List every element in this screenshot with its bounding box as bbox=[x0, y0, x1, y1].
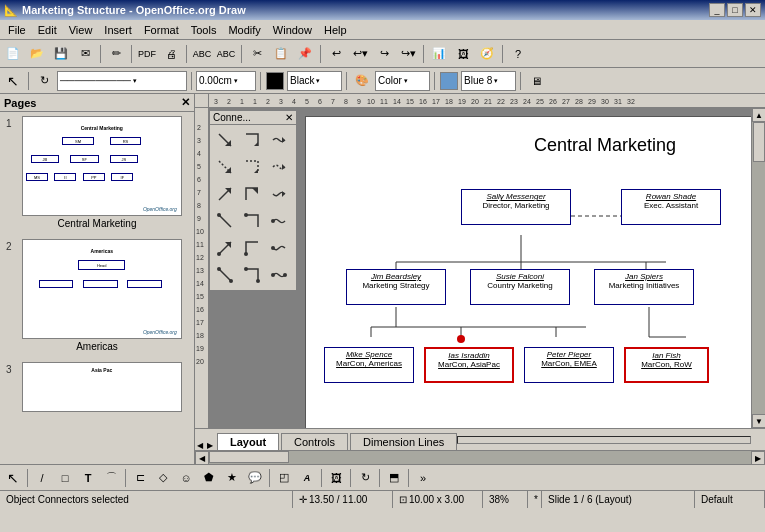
org-box-rowan[interactable]: Rowan Shade Exec. Assistant bbox=[621, 189, 721, 225]
display-button[interactable]: 🖥 bbox=[525, 70, 547, 92]
menu-view[interactable]: View bbox=[63, 22, 99, 38]
hscroll-track[interactable] bbox=[209, 451, 751, 464]
hscroll-thumb[interactable] bbox=[209, 451, 289, 463]
connector-btn-13[interactable] bbox=[212, 235, 238, 261]
tab-layout[interactable]: Layout bbox=[217, 433, 279, 450]
copy-button[interactable]: 📋 bbox=[270, 43, 292, 65]
new-button[interactable]: 📄 bbox=[2, 43, 24, 65]
connector-btn-5[interactable] bbox=[239, 154, 265, 180]
connector-btn-1[interactable] bbox=[212, 127, 238, 153]
pages-scroll[interactable]: 1 Central Marketing SM RS JB SF JS MS II… bbox=[0, 112, 194, 464]
email-button[interactable]: ✉ bbox=[74, 43, 96, 65]
line-style-dropdown[interactable]: ────────── ▾ bbox=[57, 71, 187, 91]
connector-toolbar-close[interactable]: ✕ bbox=[285, 112, 293, 123]
scroll-thumb[interactable] bbox=[753, 122, 765, 162]
position-dropdown[interactable]: 0.00cm ▾ bbox=[196, 71, 256, 91]
navigator-button[interactable]: 🧭 bbox=[476, 43, 498, 65]
menu-window[interactable]: Window bbox=[267, 22, 318, 38]
connector-btn-17[interactable] bbox=[239, 262, 265, 288]
menu-insert[interactable]: Insert bbox=[98, 22, 138, 38]
cut-button[interactable]: ✂ bbox=[246, 43, 268, 65]
rotate3d-button[interactable]: ↻ bbox=[354, 467, 376, 489]
save-button[interactable]: 💾 bbox=[50, 43, 72, 65]
page-item-2[interactable]: 2 Americas Head OpenOffice.org Americas bbox=[0, 235, 194, 358]
org-box-sally[interactable]: Sally Messenger Director, Marketing bbox=[461, 189, 571, 225]
fontwork-button[interactable]: A bbox=[296, 467, 318, 489]
tab-controls[interactable]: Controls bbox=[281, 433, 348, 450]
horizontal-scrollbar[interactable]: ◀ ▶ bbox=[195, 450, 765, 464]
org-box-jim[interactable]: Jim Beardsley Marketing Strategy bbox=[346, 269, 446, 305]
connector-btn-4[interactable] bbox=[212, 154, 238, 180]
org-box-mike[interactable]: Mike Spence MarCon, Americas bbox=[324, 347, 414, 383]
connector-tool-button[interactable]: ⊏ bbox=[129, 467, 151, 489]
draw-area[interactable]: Conne... ✕ bbox=[209, 108, 751, 428]
connector-btn-10[interactable] bbox=[212, 208, 238, 234]
line-tool-button[interactable]: / bbox=[31, 467, 53, 489]
org-box-ias[interactable]: Ias Israddin MarCon, AsiaPac bbox=[424, 347, 514, 383]
chart-button[interactable]: 📊 bbox=[428, 43, 450, 65]
undo-list-button[interactable]: ↩▾ bbox=[349, 43, 371, 65]
menu-file[interactable]: File bbox=[2, 22, 32, 38]
status-zoom[interactable]: 38% bbox=[483, 491, 528, 508]
selection-mode-button[interactable]: ↖ bbox=[2, 70, 24, 92]
export-pdf-button[interactable]: PDF bbox=[136, 43, 158, 65]
color-name-dropdown[interactable]: Black ▾ bbox=[287, 71, 342, 91]
tab-scroll-right-button[interactable]: ▶ bbox=[205, 441, 215, 450]
select-tool-button[interactable]: ↖ bbox=[2, 467, 24, 489]
shadow-button[interactable]: ◰ bbox=[273, 467, 295, 489]
spellcheck-button[interactable]: ABC bbox=[191, 43, 213, 65]
connector-toolbar-header[interactable]: Conne... ✕ bbox=[210, 111, 296, 125]
tab-scroll-left-button[interactable]: ◀ bbox=[195, 441, 205, 450]
org-box-peter[interactable]: Peter Pieper MarCon, EMEA bbox=[524, 347, 614, 383]
callout-button[interactable]: 💬 bbox=[244, 467, 266, 489]
close-button[interactable]: ✕ bbox=[745, 3, 761, 17]
tab-order-button[interactable]: ⬒ bbox=[383, 467, 405, 489]
rect-tool-button[interactable]: □ bbox=[54, 467, 76, 489]
edit-doc-button[interactable]: ✏ bbox=[105, 43, 127, 65]
color-icon-button[interactable]: 🎨 bbox=[351, 70, 373, 92]
org-box-ian[interactable]: Ian Fish MarCon, RoW bbox=[624, 347, 709, 383]
insert-image-button[interactable]: 🖼 bbox=[325, 467, 347, 489]
more-button[interactable]: » bbox=[412, 467, 434, 489]
title-bar-controls[interactable]: _ □ ✕ bbox=[709, 3, 761, 17]
redo-list-button[interactable]: ↪▾ bbox=[397, 43, 419, 65]
undo-button[interactable]: ↩ bbox=[325, 43, 347, 65]
connector-btn-2[interactable] bbox=[239, 127, 265, 153]
text-tool-button[interactable]: T bbox=[77, 467, 99, 489]
scroll-down-button[interactable]: ▼ bbox=[752, 414, 765, 428]
vertical-scrollbar[interactable]: ▲ ▼ bbox=[751, 108, 765, 428]
maximize-button[interactable]: □ bbox=[727, 3, 743, 17]
hscroll-left-button[interactable]: ◀ bbox=[195, 451, 209, 464]
tab-scrollbar[interactable] bbox=[457, 436, 751, 444]
tab-dimension-lines[interactable]: Dimension Lines bbox=[350, 433, 457, 450]
rotate-button[interactable]: ↻ bbox=[33, 70, 55, 92]
page-item-3[interactable]: 3 Asia Pac bbox=[0, 358, 194, 416]
spellcheck2-button[interactable]: ABC bbox=[215, 43, 237, 65]
connector-btn-7[interactable] bbox=[212, 181, 238, 207]
flowchart-button[interactable]: ⬟ bbox=[198, 467, 220, 489]
minimize-button[interactable]: _ bbox=[709, 3, 725, 17]
canvas[interactable]: Central Marketing bbox=[305, 116, 751, 428]
print-button[interactable]: 🖨 bbox=[160, 43, 182, 65]
connector-btn-9[interactable] bbox=[266, 181, 292, 207]
scroll-up-button[interactable]: ▲ bbox=[752, 108, 765, 122]
connector-btn-15[interactable] bbox=[266, 235, 292, 261]
org-box-jan[interactable]: Jan Spiers Marketing Initiatives bbox=[594, 269, 694, 305]
fill-color-dropdown[interactable]: Color ▾ bbox=[375, 71, 430, 91]
shapes-button[interactable]: ◇ bbox=[152, 467, 174, 489]
menu-modify[interactable]: Modify bbox=[222, 22, 266, 38]
connector-btn-8[interactable] bbox=[239, 181, 265, 207]
pages-close-button[interactable]: ✕ bbox=[181, 96, 190, 109]
connector-btn-12[interactable] bbox=[266, 208, 292, 234]
gallery-button[interactable]: 🖼 bbox=[452, 43, 474, 65]
org-box-susie[interactable]: Susie Falconi Country Marketing bbox=[470, 269, 570, 305]
stars-button[interactable]: ★ bbox=[221, 467, 243, 489]
connector-btn-6[interactable] bbox=[266, 154, 292, 180]
connector-btn-16[interactable] bbox=[212, 262, 238, 288]
page-thumb-1[interactable]: Central Marketing SM RS JB SF JS MS II P… bbox=[22, 116, 182, 216]
menu-tools[interactable]: Tools bbox=[185, 22, 223, 38]
connector-btn-3[interactable] bbox=[266, 127, 292, 153]
scroll-track[interactable] bbox=[752, 122, 765, 414]
menu-edit[interactable]: Edit bbox=[32, 22, 63, 38]
hscroll-right-button[interactable]: ▶ bbox=[751, 451, 765, 464]
